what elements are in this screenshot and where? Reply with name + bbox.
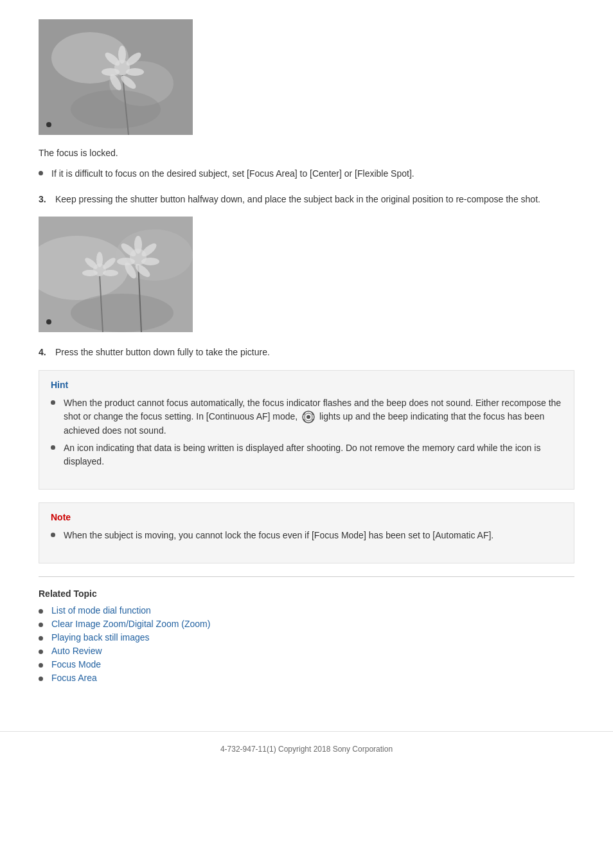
- footer: 4-732-947-11(1) Copyright 2018 Sony Corp…: [0, 731, 613, 766]
- related-link-3[interactable]: Playing back still images: [51, 632, 150, 642]
- svg-point-6: [118, 46, 126, 64]
- photo-1: [39, 19, 193, 135]
- related-topic-section: Related Topic List of mode dial function…: [39, 576, 574, 683]
- svg-point-21: [103, 270, 118, 276]
- photo-dot-1: [46, 122, 51, 127]
- af-icon: [301, 410, 315, 424]
- related-link-1[interactable]: List of mode dial function: [51, 605, 151, 616]
- related-topic-title: Related Topic: [39, 589, 574, 599]
- hint-bullet-1: When the product cannot focus automatica…: [51, 396, 562, 438]
- svg-point-16: [71, 294, 173, 332]
- svg-point-3: [71, 90, 161, 128]
- svg-point-15: [116, 229, 193, 281]
- related-link-4[interactable]: Auto Review: [51, 646, 102, 656]
- related-link-item-5[interactable]: Focus Mode: [39, 659, 574, 669]
- related-links-list: List of mode dial function Clear Image Z…: [39, 605, 574, 683]
- note-title: Note: [51, 512, 562, 522]
- focus-locked-text: The focus is locked.: [39, 148, 574, 158]
- note-bullets: When the subject is moving, you cannot l…: [51, 529, 562, 542]
- svg-point-8: [126, 68, 144, 76]
- hint-bullet-2: An icon indicating that data is being wr…: [51, 441, 562, 468]
- step-3-number: 3.: [39, 192, 51, 206]
- hint-box: Hint When the product cannot focus autom…: [39, 370, 574, 490]
- photo-2: [39, 217, 193, 332]
- hint-bullet-list: If it is difficult to focus on the desir…: [39, 167, 574, 181]
- related-link-item-6[interactable]: Focus Area: [39, 673, 574, 683]
- related-link-item-3[interactable]: Playing back still images: [39, 632, 574, 642]
- step-3-text: Keep pressing the shutter button halfway…: [55, 192, 574, 206]
- copyright-text: 4-732-947-11(1) Copyright 2018 Sony Corp…: [220, 745, 393, 754]
- page-content: The focus is locked. If it is difficult …: [0, 0, 613, 712]
- related-link-6[interactable]: Focus Area: [51, 673, 97, 683]
- svg-point-22: [82, 270, 98, 276]
- related-link-2[interactable]: Clear Image Zoom/Digital Zoom (Zoom): [51, 619, 210, 629]
- svg-point-19: [96, 252, 103, 267]
- step-3: 3. Keep pressing the shutter button half…: [39, 192, 574, 206]
- svg-point-35: [306, 415, 310, 419]
- note-box: Note When the subject is moving, you can…: [39, 502, 574, 563]
- focus-area-hint: If it is difficult to focus on the desir…: [39, 167, 574, 181]
- svg-point-28: [141, 258, 159, 265]
- related-link-item-2[interactable]: Clear Image Zoom/Digital Zoom (Zoom): [39, 619, 574, 629]
- hint-bullets: When the product cannot focus automatica…: [51, 396, 562, 468]
- related-link-item-4[interactable]: Auto Review: [39, 646, 574, 656]
- svg-point-26: [134, 236, 142, 254]
- related-link-5[interactable]: Focus Mode: [51, 659, 101, 669]
- note-bullet-1: When the subject is moving, you cannot l…: [51, 529, 562, 542]
- step-4-text: Press the shutter button down fully to t…: [55, 345, 574, 359]
- svg-point-31: [117, 258, 135, 265]
- hint-title: Hint: [51, 380, 562, 390]
- step-4-number: 4.: [39, 345, 51, 359]
- step-4: 4. Press the shutter button down fully t…: [39, 345, 574, 359]
- related-link-item-1[interactable]: List of mode dial function: [39, 605, 574, 616]
- svg-point-11: [102, 68, 120, 76]
